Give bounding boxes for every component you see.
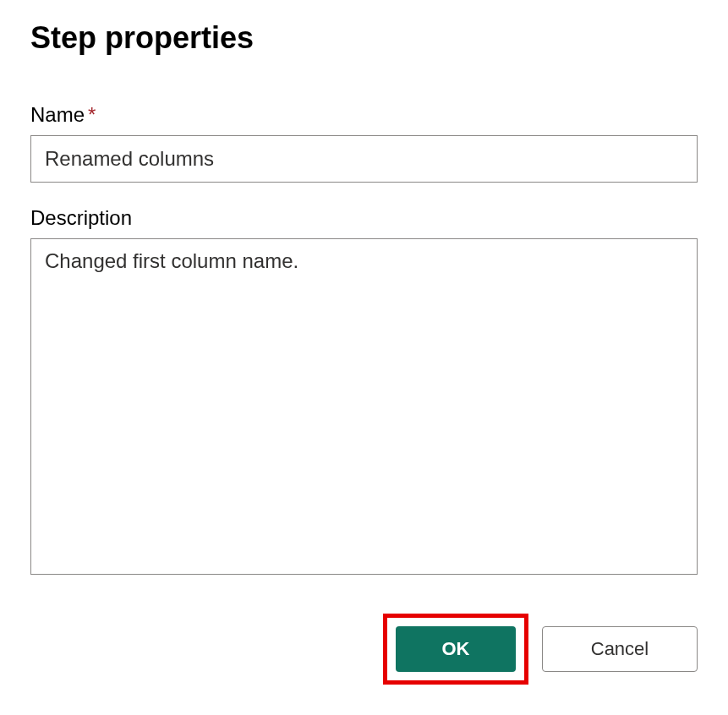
name-label-text: Name [30, 103, 85, 126]
description-input[interactable]: Changed first column name. [30, 238, 698, 575]
description-label: Description [30, 206, 698, 230]
name-field: Name* [30, 103, 698, 183]
cancel-button[interactable]: Cancel [542, 626, 698, 672]
ok-button-highlight: OK [383, 614, 528, 685]
name-label: Name* [30, 103, 698, 127]
required-asterisk-icon: * [88, 103, 96, 126]
button-row: OK Cancel [30, 614, 698, 685]
ok-button[interactable]: OK [396, 626, 516, 672]
name-input[interactable] [30, 135, 698, 183]
description-field: Description Changed first column name. [30, 206, 698, 578]
dialog-title: Step properties [30, 20, 698, 56]
